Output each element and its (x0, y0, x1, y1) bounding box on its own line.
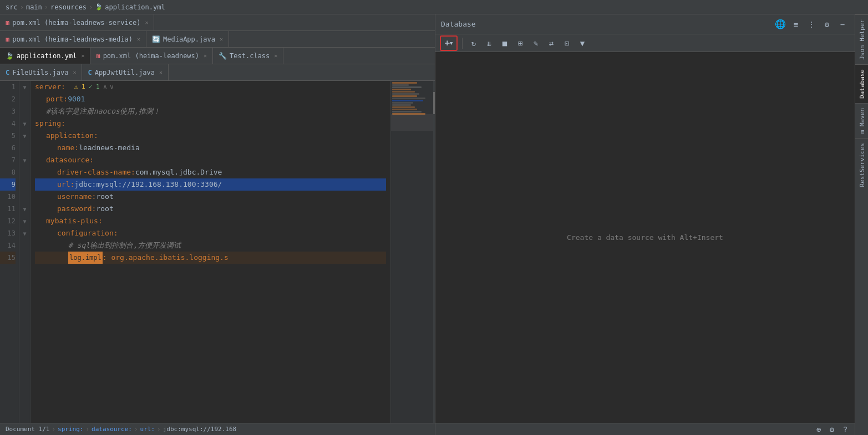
create-datasource-hint: Create a data source with Alt+Insert (567, 233, 723, 242)
up-arrow[interactable]: ∧ (103, 81, 108, 93)
breadcrumb: src › main › resources › 🍃 application.y… (0, 0, 868, 14)
file-icon: 🍃 (95, 3, 103, 11)
filter-button[interactable]: ▼ (576, 37, 589, 50)
g-icon: 🔄 (152, 35, 160, 43)
g-icon-2: 🍃 (6, 52, 14, 60)
status-jdbc: jdbc:mysql://192.168 (163, 426, 236, 433)
tab-bar-1: m pom.xml (heima-leadnews-service) ✕ (0, 14, 435, 31)
close-application-yml[interactable]: ✕ (81, 53, 84, 59)
m-icon: m (6, 19, 9, 27)
status-spring[interactable]: spring: (58, 426, 83, 433)
close-pom-media[interactable]: ✕ (137, 36, 140, 42)
vtab-rest-services[interactable]: RestServices (855, 138, 868, 191)
c-icon-1: C (6, 69, 9, 76)
code-line-9: url: jdbc:mysql://192.168.138.100:3306/ (35, 178, 386, 191)
dropdown-arrow-icon: ▼ (450, 40, 453, 46)
table-button[interactable]: ⊞ (514, 37, 527, 50)
close-test-class[interactable]: ✕ (274, 53, 277, 59)
g-icon-3: 🔧 (219, 52, 227, 60)
editor-panel: m pom.xml (heima-leadnews-service) ✕ m p… (0, 14, 435, 435)
tab-mediaapp[interactable]: 🔄 MediaApp.java ✕ (146, 31, 229, 47)
tab-bar-3: 🍃 application.yml ✕ m pom.xml (heima-lea… (0, 48, 435, 64)
filter-sort-button[interactable]: ⇊ (483, 37, 496, 50)
status-doc: Document 1/1 (6, 426, 49, 433)
tab-pom-media[interactable]: m pom.xml (heima-leadnews-media) ✕ (0, 31, 146, 47)
minimize-button[interactable]: − (836, 18, 849, 31)
close-pom-service[interactable]: ✕ (145, 19, 148, 25)
database-panel: Database 🌐 ≡ ⋮ ⚙ − + ▼ (435, 14, 855, 435)
code-line-10: username: root (35, 191, 386, 203)
close-pom-leadnews[interactable]: ✕ (204, 53, 207, 59)
database-content: Create a data source with Alt+Insert (435, 52, 855, 423)
editor-content: 12345 678 9 1011121314 15 ▼ ▼ ▼ ▼ (0, 81, 435, 423)
vertical-tabs: Json Helper Database m Maven RestService… (855, 14, 868, 435)
breadcrumb-src[interactable]: src (6, 3, 18, 11)
database-toolbar: 🌐 ≡ ⋮ ⚙ − (774, 18, 849, 31)
code-line-4: spring: (35, 117, 386, 130)
tab-bar-4: C FileUtils.java ✕ C AppJwtUtil.java ✕ (0, 64, 435, 81)
tab-pom-media-label: pom.xml (heima-leadnews-media) (12, 35, 133, 43)
tab-test-class[interactable]: 🔧 Test.class ✕ (213, 48, 283, 64)
code-line-6: name: leadnews-media (35, 142, 386, 154)
vtab-maven[interactable]: m Maven (855, 103, 868, 138)
m-icon-3: m (96, 52, 100, 60)
code-line-5: application: (35, 130, 386, 142)
line-numbers: 12345 678 9 1011121314 15 (0, 81, 19, 423)
tab-test-class-label: Test.class (230, 52, 270, 60)
status-bar: Document 1/1 › spring: › datasource: › u… (0, 423, 435, 435)
warning-icon: ⚠ 1 (74, 81, 85, 93)
vtab-database[interactable]: Database (855, 64, 868, 103)
list2-button[interactable]: ⋮ (805, 18, 818, 31)
tab-mediaapp-label: MediaApp.java (163, 35, 215, 43)
list-button[interactable]: ≡ (789, 18, 803, 31)
tab-pom-service[interactable]: m pom.xml (heima-leadnews-service) ✕ (0, 14, 154, 30)
minimap (390, 81, 435, 423)
sync-button[interactable]: ⇄ (545, 37, 558, 50)
status-datasource[interactable]: datasource: (92, 426, 132, 433)
tab-pom-leadnews-label: pom.xml (heima-leadnews) (103, 52, 199, 60)
close-mediaapp[interactable]: ✕ (220, 36, 223, 42)
code-line-7: datasource: (35, 154, 386, 166)
tab-pom-leadnews[interactable]: m pom.xml (heima-leadnews) ✕ (90, 48, 213, 64)
code-line-3: #该名字是注册naocos使用,推测！ (35, 105, 386, 117)
bottom-add-button[interactable]: ⊕ (814, 424, 824, 434)
bottom-settings-button[interactable]: ⚙ (827, 424, 837, 434)
tab-bar-2: m pom.xml (heima-leadnews-media) ✕ 🔄 Med… (0, 31, 435, 48)
add-datasource-button[interactable]: + ▼ (440, 35, 458, 51)
status-url[interactable]: url: (140, 426, 155, 433)
code-line-14: # sql输出到控制台,方便开发调试 (35, 239, 386, 252)
tab-application-yml[interactable]: 🍃 application.yml ✕ (0, 48, 90, 64)
tab-fileutils-label: FileUtils.java (12, 69, 68, 76)
code-line-12: mybatis-plus: (35, 215, 386, 227)
stop-button[interactable]: ■ (498, 37, 511, 50)
down-arrow[interactable]: ∨ (109, 81, 114, 93)
breadcrumb-file[interactable]: application.yml (105, 3, 165, 11)
breadcrumb-main[interactable]: main (26, 3, 42, 11)
settings-button[interactable]: ⚙ (820, 18, 834, 31)
toolbar-sep (462, 38, 463, 49)
code-area[interactable]: server: ⚠ 1 ✓ 1 ∧ ∨ port: 9001 #该名字是注册 (31, 81, 390, 423)
database-header: Database 🌐 ≡ ⋮ ⚙ − (435, 14, 855, 34)
code-line-11: password: root (35, 203, 386, 215)
tab-application-yml-label: application.yml (17, 52, 77, 60)
vtab-json-helper[interactable]: Json Helper (855, 14, 868, 64)
refresh-button[interactable]: ↻ (467, 37, 480, 50)
code-line-8: driver-class-name: com.mysql.jdbc.Drive (35, 166, 386, 178)
edit-button[interactable]: ✎ (529, 37, 542, 50)
image-button[interactable]: ⊡ (560, 37, 573, 50)
code-line-15: log.impl: org.apache.ibatis.logging.s (35, 252, 386, 264)
code-line-2: port: 9001 (35, 93, 386, 105)
breadcrumb-resources[interactable]: resources (50, 3, 87, 11)
code-line-13: configuration: (35, 227, 386, 239)
m-icon-2: m (6, 35, 9, 43)
bottom-help-button[interactable]: ? (840, 424, 850, 434)
tab-appjwtutil[interactable]: C AppJwtUtil.java ✕ (82, 64, 169, 80)
gutter: ▼ ▼ ▼ ▼ ▼ ▼ ▼ (19, 81, 31, 423)
tab-fileutils[interactable]: C FileUtils.java ✕ (0, 64, 82, 80)
database-title: Database (441, 20, 769, 28)
close-appjwtutil[interactable]: ✕ (159, 69, 163, 75)
tab-appjwtutil-label: AppJwtUtil.java (95, 69, 155, 76)
close-fileutils[interactable]: ✕ (73, 69, 76, 75)
c-icon-2: C (88, 69, 92, 76)
globe-button[interactable]: 🌐 (774, 18, 787, 31)
